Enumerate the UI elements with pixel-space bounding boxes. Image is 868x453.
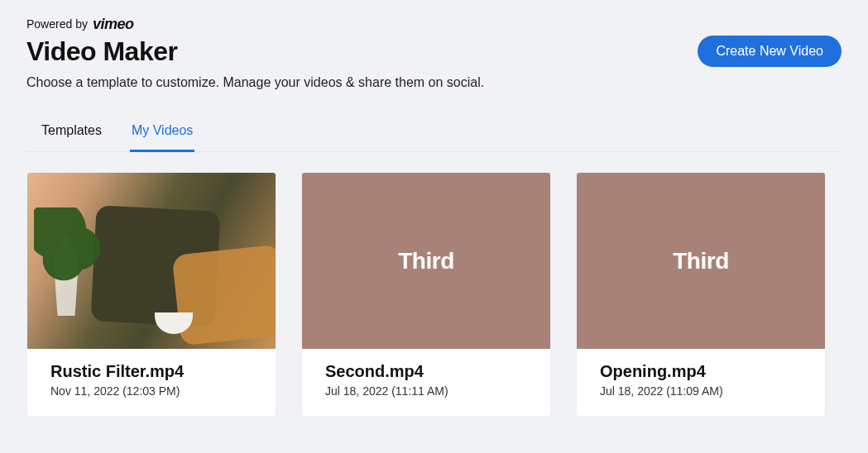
video-card[interactable]: Third Second.mp4 Jul 18, 2022 (11:11 AM) — [301, 172, 551, 417]
video-card[interactable]: Rustic Filter.mp4 Nov 11, 2022 (12:03 PM… — [26, 172, 276, 417]
video-date: Nov 11, 2022 (12:03 PM) — [50, 384, 252, 398]
video-thumbnail: Third — [302, 173, 550, 349]
video-thumbnail: Third — [577, 173, 825, 349]
video-card[interactable]: Third Opening.mp4 Jul 18, 2022 (11:09 AM… — [576, 172, 826, 417]
page-subtitle: Choose a template to customize. Manage y… — [26, 75, 842, 90]
thumbnail-decor — [172, 245, 276, 346]
video-date: Jul 18, 2022 (11:11 AM) — [325, 384, 527, 398]
video-title: Rustic Filter.mp4 — [50, 362, 252, 381]
page-title: Video Maker — [26, 36, 177, 67]
video-card-grid: Rustic Filter.mp4 Nov 11, 2022 (12:03 PM… — [26, 172, 842, 417]
vimeo-logo: vimeo — [93, 17, 134, 31]
video-date: Jul 18, 2022 (11:09 AM) — [600, 384, 802, 398]
tabs: Templates My Videos — [26, 123, 842, 152]
tab-my-videos[interactable]: My Videos — [130, 123, 194, 152]
thumbnail-overlay-text: Third — [398, 248, 454, 274]
powered-by-prefix: Powered by — [26, 17, 88, 31]
video-title: Second.mp4 — [325, 362, 527, 381]
thumbnail-overlay-text: Third — [673, 248, 729, 274]
tab-templates[interactable]: Templates — [40, 123, 103, 152]
create-new-video-button[interactable]: Create New Video — [698, 36, 842, 67]
video-title: Opening.mp4 — [600, 362, 802, 381]
video-thumbnail — [27, 173, 276, 349]
powered-by-line: Powered by vimeo — [26, 17, 842, 31]
